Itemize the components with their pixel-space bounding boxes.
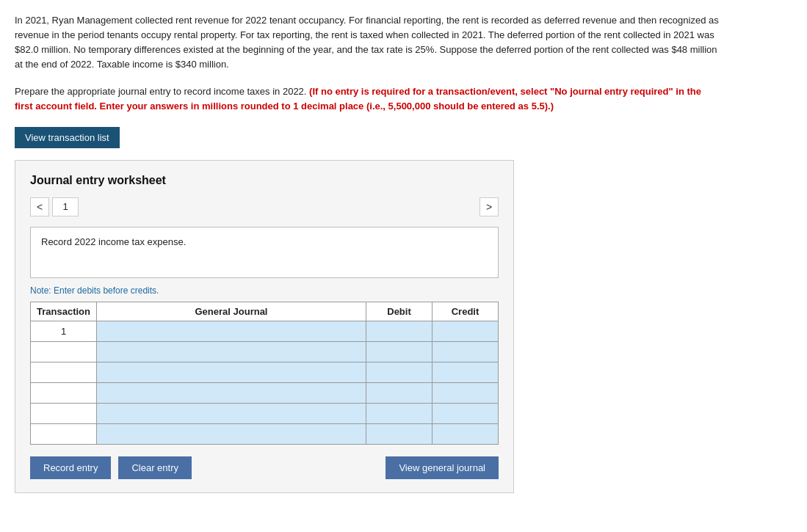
credit-input[interactable] [433, 424, 498, 444]
debit-input[interactable] [366, 321, 432, 341]
col-header-transaction: Transaction [31, 302, 97, 321]
table-row [31, 362, 499, 382]
general-journal-cell[interactable] [97, 321, 366, 341]
credit-input[interactable] [433, 321, 498, 341]
journal-table: Transaction General Journal Debit Credit… [30, 302, 499, 445]
general-journal-input[interactable] [97, 383, 366, 403]
debit-cell[interactable] [366, 362, 433, 382]
col-header-debit: Debit [366, 302, 433, 321]
credit-cell[interactable] [433, 423, 499, 444]
credit-cell[interactable] [433, 321, 499, 341]
transaction-cell [31, 382, 97, 403]
general-journal-cell[interactable] [97, 423, 366, 444]
bottom-buttons: Record entry Clear entry View general jo… [30, 456, 499, 479]
credit-input[interactable] [433, 342, 498, 362]
general-journal-input[interactable] [97, 321, 366, 341]
general-journal-cell[interactable] [97, 341, 366, 362]
credit-input[interactable] [433, 404, 498, 423]
credit-cell[interactable] [433, 403, 499, 423]
debit-cell[interactable] [366, 382, 433, 403]
nav-row: < 1 > [30, 197, 499, 216]
instruction-paragraph: Prepare the appropriate journal entry to… [15, 84, 720, 114]
credit-cell[interactable] [433, 341, 499, 362]
debit-cell[interactable] [366, 423, 433, 444]
transaction-cell [31, 403, 97, 423]
view-transaction-button[interactable]: View transaction list [15, 127, 120, 148]
debit-input[interactable] [366, 342, 432, 362]
credit-input[interactable] [433, 362, 498, 382]
credit-cell[interactable] [433, 382, 499, 403]
transaction-cell: 1 [31, 321, 97, 341]
journal-entry-worksheet: Journal entry worksheet < 1 > Record 202… [15, 160, 514, 493]
clear-entry-button[interactable]: Clear entry [118, 456, 192, 479]
general-journal-cell[interactable] [97, 362, 366, 382]
table-row: 1 [31, 321, 499, 341]
general-journal-input[interactable] [97, 424, 366, 444]
debit-input[interactable] [366, 362, 432, 382]
debit-input[interactable] [366, 404, 432, 423]
debit-cell[interactable] [366, 341, 433, 362]
view-general-journal-button[interactable]: View general journal [386, 456, 499, 479]
general-journal-cell[interactable] [97, 403, 366, 423]
description-box: Record 2022 income tax expense. [30, 227, 499, 278]
transaction-cell [31, 423, 97, 444]
general-journal-cell[interactable] [97, 382, 366, 403]
col-header-general-journal: General Journal [97, 302, 366, 321]
transaction-cell [31, 362, 97, 382]
general-journal-input[interactable] [97, 342, 366, 362]
nav-right-arrow[interactable]: > [480, 197, 499, 216]
table-row [31, 341, 499, 362]
debit-input[interactable] [366, 383, 432, 403]
debit-cell[interactable] [366, 403, 433, 423]
intro-paragraph1: In 2021, Ryan Management collected rent … [15, 13, 720, 73]
nav-left-arrow[interactable]: < [30, 197, 49, 216]
general-journal-input[interactable] [97, 404, 366, 423]
nav-number-box: 1 [52, 197, 79, 216]
table-row [31, 382, 499, 403]
instruction-plain: Prepare the appropriate journal entry to… [15, 86, 309, 97]
transaction-cell [31, 341, 97, 362]
col-header-credit: Credit [433, 302, 499, 321]
debit-cell[interactable] [366, 321, 433, 341]
general-journal-input[interactable] [97, 362, 366, 382]
credit-input[interactable] [433, 383, 498, 403]
debit-input[interactable] [366, 424, 432, 444]
credit-cell[interactable] [433, 362, 499, 382]
table-row [31, 403, 499, 423]
worksheet-title: Journal entry worksheet [30, 174, 499, 187]
record-entry-button[interactable]: Record entry [30, 456, 111, 479]
table-row [31, 423, 499, 444]
note-text: Note: Enter debits before credits. [30, 285, 499, 296]
